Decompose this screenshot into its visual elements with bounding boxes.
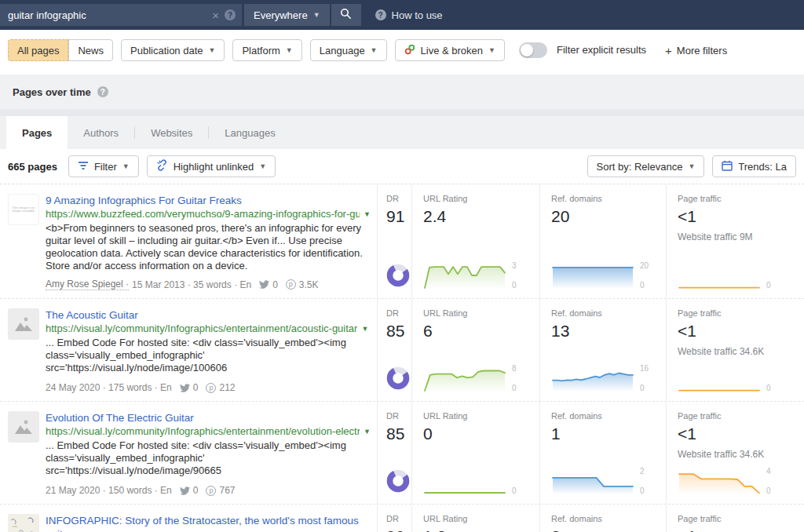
search-scope-dropdown[interactable]: Everywhere ▼ — [244, 4, 330, 26]
page-traffic-value: <1 — [678, 322, 804, 340]
author-link[interactable]: Amy Rose Spiegel — [46, 279, 129, 290]
twitter-count: 0 — [193, 485, 199, 496]
help-icon[interactable]: ? — [97, 86, 108, 97]
axis-min: 0 — [766, 486, 777, 495]
search-input[interactable]: guitar infographic × ? — [0, 4, 242, 26]
how-to-use-label: How to use — [392, 9, 443, 21]
ref-domains-value: 3 — [551, 527, 666, 532]
pinterest-icon: p — [206, 486, 216, 496]
result-row: INFOGRAPHIC: Story of the Stratocaster, … — [0, 505, 804, 532]
search-query-text: guitar infographic — [8, 9, 206, 21]
clear-search-icon[interactable]: × — [212, 9, 219, 22]
search-scope-label: Everywhere — [254, 9, 308, 21]
live-broken-dropdown[interactable]: Live & broken▼ — [395, 39, 505, 61]
url-rating-value: 0 — [423, 425, 539, 443]
more-filters-button[interactable]: + More filters — [665, 44, 727, 57]
trends-button[interactable]: Trends: La — [712, 155, 796, 177]
filter-button[interactable]: Filter▼ — [68, 155, 139, 177]
tab-languages[interactable]: Languages — [209, 116, 291, 149]
result-title-link[interactable]: 9 Amazing Infographics For Guitar Freaks — [46, 194, 371, 207]
image-placeholder-icon[interactable] — [8, 411, 39, 443]
meta-info: 24 May 2020 · 175 words · En — [46, 382, 172, 393]
result-url-link[interactable]: https://www.buzzfeed.com/verymuchso/9-am… — [46, 208, 360, 220]
url-rating-sparkline — [423, 261, 506, 290]
page-traffic-value: <1 — [678, 527, 804, 532]
content-explorer-app: guitar infographic × ? Everywhere ▼ ? Ho… — [0, 0, 804, 532]
dr-donut-icon — [386, 259, 411, 290]
tab-pages[interactable]: Pages — [6, 116, 68, 149]
dr-value: 85 — [386, 425, 411, 443]
ref-domains-label: Ref. domains — [551, 194, 666, 203]
ref-domains-value: 1 — [551, 425, 666, 443]
filter-lines-icon — [78, 161, 89, 173]
pinterest-count: 767 — [219, 485, 235, 496]
image-placeholder-icon[interactable] — [8, 308, 39, 340]
page-traffic-label: Page traffic — [678, 308, 804, 318]
top-navbar: guitar infographic × ? Everywhere ▼ ? Ho… — [0, 0, 804, 30]
result-title-link[interactable]: Evolution Of The Electric Guitar — [46, 411, 371, 425]
url-rating-label: URL Rating — [423, 411, 539, 421]
ref-domains-label: Ref. domains — [551, 411, 666, 421]
page-traffic-sparkline — [678, 466, 761, 496]
page-traffic-label: Page traffic — [678, 514, 804, 523]
dr-label: DR — [386, 514, 411, 523]
twitter-icon — [180, 383, 190, 393]
page-traffic-value: <1 — [678, 207, 804, 225]
tab-authors[interactable]: Authors — [68, 116, 134, 149]
article-thumbnail[interactable] — [8, 514, 39, 532]
chevron-down-icon: ▼ — [688, 162, 695, 170]
result-url-link[interactable]: https://visual.ly/community/Infographics… — [46, 425, 360, 437]
result-meta: Amy Rose Spiegel 15 Mar 2013 · 35 words … — [46, 272, 371, 290]
ref-domains-value: 20 — [551, 207, 666, 225]
page-traffic-value: <1 — [678, 425, 804, 443]
chevron-down-icon: ▼ — [371, 46, 378, 54]
live-broken-icon — [404, 44, 415, 57]
chevron-down-icon: ▼ — [122, 162, 130, 170]
platform-dropdown[interactable]: Platform▼ — [232, 39, 302, 61]
chevron-down-icon[interactable]: ▼ — [364, 428, 371, 435]
chevron-down-icon[interactable]: ▼ — [361, 325, 368, 333]
pinterest-icon: p — [206, 383, 216, 393]
twitter-icon — [180, 486, 190, 496]
filter-all-pages[interactable]: All pages — [8, 39, 68, 61]
section-divider — [0, 109, 804, 116]
filter-news[interactable]: News — [68, 39, 113, 61]
result-description: <b>From beginners to seasoned pros, ther… — [46, 222, 371, 272]
chevron-down-icon: ▼ — [286, 46, 293, 54]
dr-label: DR — [386, 194, 411, 203]
explicit-results-toggle[interactable] — [519, 42, 547, 58]
search-icon — [340, 8, 352, 22]
result-url-link[interactable]: https://visual.ly/community/Infographics… — [46, 322, 357, 334]
axis-min: 0 — [640, 384, 651, 392]
how-to-use-link[interactable]: ? How to use — [375, 9, 443, 21]
axis-min: 0 — [640, 281, 651, 290]
dr-donut-icon — [386, 362, 411, 393]
ref-domains-sparkline — [551, 261, 634, 290]
ref-domains-sparkline — [551, 466, 634, 496]
result-meta: 21 May 2020 · 150 words · En 0 p 767 — [46, 479, 371, 496]
axis-min: 0 — [766, 384, 777, 392]
chevron-down-icon: ▼ — [313, 11, 320, 19]
sort-by-button[interactable]: Sort by: Relevance▼ — [587, 155, 705, 177]
language-dropdown[interactable]: Language▼ — [310, 39, 387, 61]
url-rating-sparkline — [423, 466, 506, 496]
axis-max: 3 — [512, 261, 523, 270]
search-button[interactable] — [331, 4, 361, 26]
result-description: ... Embed Code For hosted site: <div cla… — [46, 439, 371, 477]
website-traffic: Website traffic 34.6K — [678, 449, 804, 460]
search-help-icon[interactable]: ? — [225, 9, 236, 20]
results-toolbar: 665 pages Filter▼ Highlight unlinked▼ So… — [0, 149, 804, 184]
broken-image-thumbnail[interactable]: This image is no longer available — [8, 194, 39, 225]
chevron-down-icon: ▼ — [488, 46, 495, 54]
result-title-link[interactable]: The Acoustic Guitar — [46, 308, 371, 322]
dr-value: 90 — [386, 527, 411, 532]
result-title-link[interactable]: INFOGRAPHIC: Story of the Stratocaster, … — [46, 514, 371, 532]
url-rating-sparkline — [423, 363, 506, 393]
publication-date-dropdown[interactable]: Publication date▼ — [121, 39, 225, 61]
chevron-down-icon[interactable]: ▼ — [364, 210, 371, 218]
tab-websites[interactable]: Websites — [135, 116, 208, 149]
axis-min: 0 — [512, 281, 523, 290]
plus-icon: + — [665, 44, 672, 57]
axis-min: 0 — [766, 281, 777, 290]
highlight-unlinked-button[interactable]: Highlight unlinked▼ — [147, 155, 276, 177]
